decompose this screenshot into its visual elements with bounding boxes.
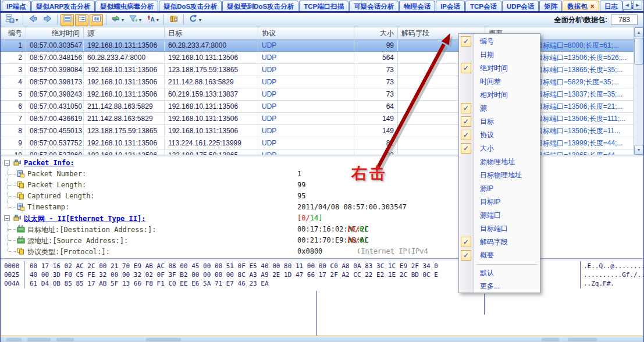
tab-tcp-conversation[interactable]: TCP会话 (465, 1, 501, 11)
tab-matrix[interactable]: 矩阵 (539, 1, 562, 11)
table-scrollbar[interactable]: ▲ ▼ (634, 27, 643, 155)
tab-scroll-left-button[interactable]: ◀ (622, 1, 632, 10)
toolbar-separator (183, 15, 184, 25)
menu-item-default[interactable]: 默认 (459, 266, 540, 280)
colorize-button[interactable]: A▾ (144, 14, 161, 26)
refresh-icon (188, 14, 198, 26)
refresh-button[interactable]: ▾ (187, 14, 203, 26)
column-header-absolute-time[interactable]: 绝对时间 (26, 27, 84, 39)
tree-value: 95 (297, 192, 305, 200)
column-header-size[interactable]: 大小 (354, 27, 398, 39)
checkbox-checked-icon[interactable]: ✓ (461, 250, 471, 261)
scroll-left-icon: ◀ (625, 3, 628, 8)
back-button[interactable] (26, 14, 40, 26)
cell-dst: 123.188.175.59:13865 (165, 149, 258, 155)
tab-ip-conversation[interactable]: IP会话 (436, 1, 465, 11)
tab-physical-conversation[interactable]: 物理会话 (399, 1, 435, 11)
tree-pages-icon (17, 181, 25, 189)
hex-ascii-separator (580, 261, 581, 288)
menu-item-number[interactable]: ✓编号 (459, 35, 540, 48)
tree-row-source-address[interactable]: 源地址:[Source Address:]:00:21:70:E9:AB:AC[… (1, 235, 643, 246)
tab-suspicious-conversation[interactable]: 可疑会话分析 (349, 1, 399, 11)
tree-row-timestamp[interactable]: Timestamp:2011/04/08 08:57:00.303547 (1, 202, 643, 213)
menu-item-summary[interactable]: ✓概要 (459, 249, 540, 262)
tab-udp-conversation[interactable]: UDP会话 (502, 1, 539, 11)
menu-item-source-mac[interactable]: 源物理地址 (459, 155, 540, 169)
menu-item-label: 源端口 (480, 211, 501, 220)
menu-item-size[interactable]: ✓大小 (459, 142, 540, 155)
tab-worm-virus-analysis[interactable]: 疑似蠕虫病毒分析 (95, 1, 158, 11)
tree-value: 0x0800 (297, 247, 322, 255)
tab-log[interactable]: 日志 (600, 1, 622, 11)
menu-item-absolute-time[interactable]: ✓绝对时间 (459, 62, 540, 75)
tree-row-dest-address[interactable]: 目标地址:[Destination Address:]:00:17:16:02:… (1, 224, 643, 235)
tab-tcp-port-scan[interactable]: TCP端口扫描 (299, 1, 348, 11)
tab-scroll-right-button[interactable]: ▶ (633, 1, 642, 10)
checkbox-checked-icon[interactable]: ✓ (461, 130, 471, 140)
menu-item-dest-mac[interactable]: 目标物理地址 (459, 169, 540, 182)
right-click-annotation: 右击 (351, 163, 387, 184)
cell-size: 73 (354, 64, 398, 76)
scroll-down-button[interactable]: ▼ (634, 145, 643, 155)
lock-button[interactable] (167, 14, 180, 26)
column-header-number[interactable]: 编号 (1, 27, 26, 39)
tab-dos-victim-analysis[interactable]: 疑似受到DoS攻击分析 (222, 1, 298, 11)
checkbox-checked-icon[interactable]: ✓ (461, 36, 471, 47)
tab-label: IP端点 (6, 2, 26, 11)
menu-item-decoded-field[interactable]: ✓解码字段 (459, 236, 540, 249)
menu-item-time-delta[interactable]: 时间差 (459, 75, 540, 88)
cell-no: 4 (1, 76, 26, 88)
tab-arp-attack-analysis[interactable]: 疑似ARP攻击分析 (31, 1, 95, 11)
decode-view-icon (77, 14, 87, 26)
column-header-protocol[interactable]: 协议 (258, 27, 354, 39)
tree-row-protocol-type[interactable]: 协议类型:[Protocol:]:0x0800(Internet IP(IPv4 (1, 246, 643, 257)
close-tab-icon[interactable]: × (590, 2, 595, 11)
cell-no: 3 (1, 64, 26, 76)
cell-dst: 192.168.10.131:13506 (165, 113, 258, 124)
menu-item-source-ip[interactable]: 源IP (459, 182, 540, 195)
menu-item-more[interactable]: 更多... (459, 280, 540, 293)
column-header-destination[interactable]: 目标 (165, 27, 258, 39)
cell-proto: UDP (258, 52, 354, 63)
tree-row-captured-length[interactable]: Captured Length:95 (1, 191, 643, 202)
filter-button[interactable]: +▾ (127, 14, 143, 26)
forward-button[interactable] (41, 14, 54, 26)
menu-item-source[interactable]: ✓源 (459, 102, 540, 115)
checkbox-checked-icon[interactable]: ✓ (461, 63, 471, 73)
cell-dst: 60.28.233.47:8000 (165, 40, 258, 51)
scrollbar-thumb[interactable] (634, 38, 643, 65)
hex-view-panel[interactable]: 000000 17 16 02 AC 2C 00 21 70 E9 AB AC … (1, 261, 643, 336)
cell-size: 99 (354, 40, 398, 51)
checkbox-checked-icon[interactable]: ✓ (461, 116, 471, 127)
packet-list-view-toggle[interactable] (61, 14, 74, 26)
menu-item-protocol[interactable]: ✓协议 (459, 129, 540, 142)
checkbox-checked-icon[interactable]: ✓ (461, 237, 471, 247)
tree-row-packet-info[interactable]: −Packet Info: (1, 158, 643, 169)
collapse-toggle-icon[interactable]: − (4, 215, 10, 221)
tab-ip-endpoint[interactable]: IP端点 (2, 1, 31, 11)
scroll-up-button[interactable]: ▲ (634, 27, 643, 37)
menu-item-date[interactable]: 日期 (459, 48, 540, 62)
menu-item-relative-time[interactable]: 相对时间 (459, 88, 540, 102)
tree-row-packet-number[interactable]: Packet Number:1 (1, 169, 643, 180)
export-report-button[interactable]: ▾ (3, 14, 20, 26)
tab-label: 日志 (604, 2, 618, 11)
checkbox-checked-icon[interactable]: ✓ (461, 103, 471, 113)
decode-view-toggle[interactable] (75, 14, 88, 26)
tree-row-packet-length[interactable]: Packet Length:99 (1, 180, 643, 191)
hex-view-toggle[interactable]: 0X (90, 14, 103, 26)
tab-dos-attack-analysis[interactable]: 疑似DoS攻击分析 (159, 1, 222, 11)
tab-scroll-buttons: ◀ ▶ (622, 1, 642, 10)
tree-pages-icon (17, 247, 25, 255)
menu-item-destination[interactable]: ✓目标 (459, 115, 540, 129)
menu-item-dest-ip[interactable]: 目标IP (459, 195, 540, 209)
menu-item-dest-port[interactable]: 目标端口 (459, 222, 540, 236)
tab-packets[interactable]: 数据包× (563, 1, 599, 11)
tree-row-ethernet[interactable]: −以太网 - II[Ethernet Type II]:[0/14] (1, 213, 643, 224)
column-header-source[interactable]: 源 (84, 27, 165, 39)
tree-branch-line (8, 174, 16, 174)
display-order-button[interactable]: ▾ (109, 14, 126, 26)
collapse-toggle-icon[interactable]: − (4, 160, 10, 166)
menu-item-source-port[interactable]: 源端口 (459, 209, 540, 222)
checkbox-checked-icon[interactable]: ✓ (461, 143, 471, 154)
